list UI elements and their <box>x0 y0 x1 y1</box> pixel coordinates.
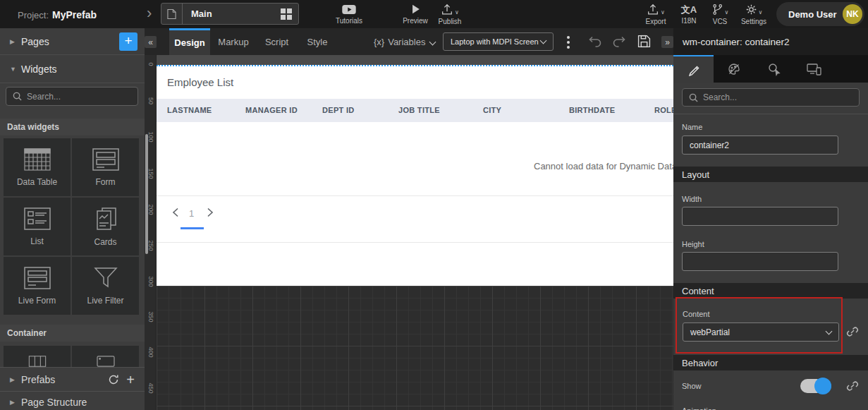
pencil-icon <box>687 64 700 76</box>
collapse-sidebar-button[interactable]: « <box>145 36 157 48</box>
redo-button[interactable] <box>611 35 627 48</box>
tab-inspect[interactable] <box>754 55 794 83</box>
more-options-button[interactable] <box>567 36 570 49</box>
magnifier-cursor-icon <box>767 62 781 76</box>
save-button[interactable] <box>637 35 651 48</box>
widget-live-form[interactable]: Live Form <box>4 257 71 315</box>
monitor-phone-icon <box>807 63 822 76</box>
columns-icon <box>25 356 49 367</box>
pagination-prev-button[interactable] <box>172 207 179 217</box>
device-select-value: Laptop with MDPI Screen <box>444 37 541 46</box>
widget-label: Live Filter <box>87 296 123 306</box>
pagination-next-button[interactable] <box>207 207 214 217</box>
page-tab-main[interactable]: Main <box>161 3 299 25</box>
width-label: Width <box>682 195 702 203</box>
widget-live-filter[interactable]: Live Filter <box>72 257 139 315</box>
tab-design[interactable]: Design <box>169 28 210 55</box>
name-input[interactable] <box>682 135 838 155</box>
settings-button[interactable]: ∨ Settings <box>736 0 771 28</box>
widget-list[interactable]: List <box>4 198 71 255</box>
selected-widget-title: wm-container: container2 <box>683 37 790 47</box>
form-icon <box>92 148 119 171</box>
add-prefab-icon[interactable]: + <box>126 375 135 385</box>
tab-properties[interactable] <box>673 55 714 83</box>
upload-icon <box>441 4 453 16</box>
widget-panel[interactable] <box>72 346 139 367</box>
user-menu[interactable]: Demo User NK <box>776 2 864 26</box>
device-select[interactable]: Laptop with MDPI Screen <box>443 32 554 51</box>
pagination-current-page[interactable]: 1 <box>189 208 194 219</box>
canvas-grid-background <box>157 286 673 410</box>
export-label: Export <box>646 18 666 25</box>
sidebar-section-widgets[interactable]: ▼ Widgets <box>0 55 145 83</box>
design-canvas: 0 50 100 150 200 250 300 350 400 450 Emp… <box>145 55 673 410</box>
widget-search-input[interactable] <box>27 92 118 102</box>
settings-label: Settings <box>741 18 766 25</box>
show-bind-button[interactable] <box>846 380 859 392</box>
content-bind-button[interactable] <box>846 325 859 338</box>
export-button[interactable]: ∨ Export <box>638 0 673 28</box>
content-chevron-icon <box>826 327 833 334</box>
properties-search[interactable] <box>682 88 860 107</box>
prefabs-collapse-icon: ▶ <box>10 376 18 383</box>
column-header: BIRTHDATE <box>558 99 644 122</box>
widget-cards[interactable]: Cards <box>72 198 139 255</box>
undo-button[interactable] <box>587 35 603 48</box>
widget-data-table[interactable]: Data Table <box>4 138 71 196</box>
add-page-button[interactable]: + <box>119 32 137 51</box>
content-section-header: Content <box>673 283 868 299</box>
left-sidebar: ▶ Pages + ▼ Widgets Data widgets Data Ta… <box>0 28 145 410</box>
expand-glyph: » <box>665 37 670 47</box>
variables-chevron-icon <box>429 38 436 45</box>
live-filter-icon <box>93 267 118 289</box>
ruler-mark: 300 <box>147 276 154 288</box>
widget-form[interactable]: Form <box>72 138 139 196</box>
export-chevron-icon: ∨ <box>661 9 665 16</box>
height-input[interactable] <box>682 252 838 271</box>
properties-search-input[interactable] <box>703 92 826 102</box>
gear-icon <box>745 4 757 16</box>
content-select[interactable]: webPartial <box>683 322 839 342</box>
tab-styles[interactable] <box>714 55 754 83</box>
sidebar-section-page-structure[interactable]: ▶ Page Structure <box>0 391 145 410</box>
tutorials-label: Tutorials <box>336 17 362 25</box>
widget-search[interactable] <box>6 87 138 106</box>
publish-label: Publish <box>439 18 462 25</box>
tutorials-button[interactable]: Tutorials <box>331 0 367 28</box>
expand-panel-button[interactable]: » <box>661 36 673 48</box>
tab-markup[interactable]: Markup <box>212 28 255 55</box>
preview-button[interactable]: Preview <box>398 0 432 28</box>
show-toggle[interactable] <box>800 379 831 393</box>
tab-script[interactable]: Script <box>257 28 296 55</box>
sidebar-section-prefabs[interactable]: ▶ Prefabs + <box>0 367 145 391</box>
link-icon <box>846 380 859 392</box>
page-preview-container[interactable]: Employee List LASTNAME MANAGER ID DEPT I… <box>157 65 673 286</box>
width-input[interactable] <box>682 207 838 226</box>
publish-button[interactable]: ∨ Publish <box>432 0 468 28</box>
search-icon <box>689 93 698 102</box>
tab-devices[interactable] <box>794 55 834 83</box>
page-structure-label: Page Structure <box>21 397 145 408</box>
widget-label: Data Table <box>17 177 57 187</box>
widgets-collapse-icon: ▼ <box>10 66 18 73</box>
tab-style[interactable]: Style <box>299 28 336 55</box>
refresh-prefabs-icon[interactable] <box>108 374 119 385</box>
sidebar-section-pages[interactable]: ▶ Pages + <box>0 28 145 55</box>
variables-button[interactable]: {x} Variables <box>374 28 435 55</box>
widget-label: Cards <box>94 237 116 247</box>
vcs-chevron-icon: ∨ <box>725 9 729 16</box>
canvas-scrollbar[interactable] <box>145 134 148 254</box>
i18n-button[interactable]: 文A I18N <box>676 0 702 28</box>
undo-icon <box>587 35 603 48</box>
redo-icon <box>611 35 627 48</box>
ruler-mark: 200 <box>147 204 154 216</box>
widget-grid: Data Table Form List Cards Live Form Liv… <box>4 138 140 315</box>
tab-divider <box>182 4 183 24</box>
variables-label: Variables <box>388 37 425 47</box>
project-breadcrumb: Project:MyPrefab <box>18 8 97 21</box>
widget-columns[interactable] <box>4 346 71 367</box>
page-tab-label: Main <box>191 8 281 19</box>
vcs-button[interactable]: ∨ VCS <box>705 0 735 28</box>
layout-grid-icon[interactable] <box>281 8 292 20</box>
widget-label: Live Form <box>18 296 56 306</box>
